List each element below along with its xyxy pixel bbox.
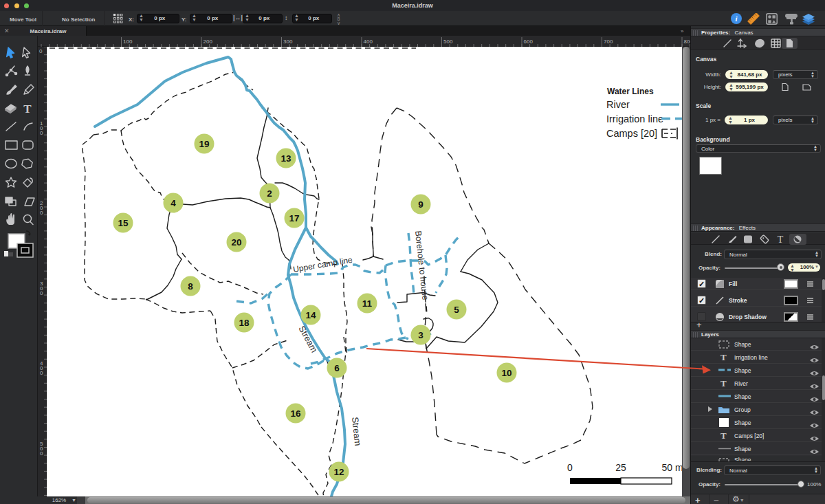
- svg-text:6: 6: [334, 363, 340, 373]
- svg-text:16: 16: [290, 408, 301, 419]
- svg-text:0: 0: [567, 462, 573, 473]
- svg-text:5: 5: [454, 305, 459, 315]
- svg-text:700: 700: [604, 39, 613, 45]
- svg-text:Stream: Stream: [350, 417, 363, 446]
- svg-text:0: 0: [40, 130, 43, 136]
- svg-text:0: 0: [40, 290, 43, 296]
- svg-text:2: 2: [267, 188, 272, 199]
- svg-text:15: 15: [118, 218, 129, 228]
- svg-text:200: 200: [204, 39, 213, 45]
- svg-text:300: 300: [283, 39, 293, 45]
- svg-text:100: 100: [123, 39, 133, 45]
- svg-text:25: 25: [615, 462, 626, 473]
- svg-text:400: 400: [364, 39, 373, 45]
- svg-text:17: 17: [289, 213, 299, 223]
- svg-text:10: 10: [501, 368, 512, 378]
- svg-text:Upper camp line: Upper camp line: [292, 255, 353, 274]
- svg-text:20: 20: [231, 237, 241, 248]
- svg-text:500: 500: [443, 39, 453, 45]
- svg-text:800: 800: [684, 39, 691, 45]
- svg-text:14: 14: [305, 310, 316, 320]
- svg-text:0: 0: [39, 48, 43, 54]
- svg-text:3: 3: [418, 330, 424, 340]
- svg-text:Camps [20]: Camps [20]: [606, 128, 657, 139]
- svg-text:0: 0: [40, 450, 43, 457]
- svg-text:0: 0: [40, 370, 43, 376]
- svg-text:50 m: 50 m: [661, 462, 682, 473]
- svg-text:0: 0: [40, 210, 43, 216]
- svg-text:Water Lines: Water Lines: [607, 87, 654, 96]
- svg-text:8: 8: [188, 281, 193, 292]
- svg-text:12: 12: [333, 467, 344, 477]
- svg-text:19: 19: [199, 139, 209, 149]
- svg-text:9: 9: [418, 199, 424, 210]
- svg-text:River: River: [606, 99, 630, 110]
- svg-text:Stream: Stream: [296, 324, 319, 354]
- svg-text:Irrigation line: Irrigation line: [606, 113, 663, 124]
- svg-text:13: 13: [280, 153, 292, 164]
- svg-text:T: T: [778, 234, 784, 245]
- svg-text:600: 600: [524, 39, 534, 45]
- svg-text:11: 11: [362, 298, 373, 309]
- svg-text:T: T: [23, 102, 32, 116]
- svg-text:18: 18: [239, 318, 250, 328]
- svg-text:4: 4: [170, 198, 176, 208]
